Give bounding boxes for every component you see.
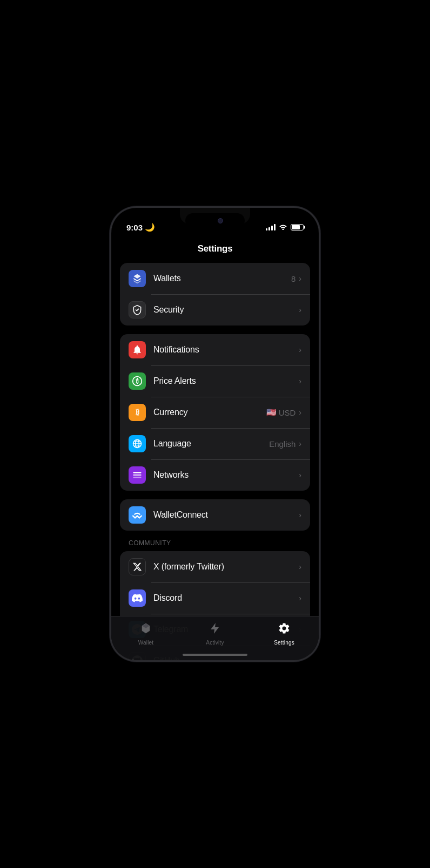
security-icon (129, 301, 146, 318)
activity-tab-icon (209, 622, 221, 638)
networks-label: Networks (153, 470, 299, 480)
row-notifications[interactable]: Notifications › (120, 334, 310, 365)
language-chevron: › (299, 439, 301, 448)
row-networks[interactable]: Networks › (120, 459, 310, 491)
settings-group-preferences: Notifications › ₿ Price Alerts › ₿ (120, 334, 310, 491)
security-label: Security (153, 305, 299, 315)
wallets-chevron: › (299, 274, 301, 283)
screen-content[interactable]: Settings Wallets 8 › (111, 208, 319, 660)
security-chevron: › (299, 306, 301, 314)
phone-frame: 9:03 🌙 Settings (110, 206, 320, 662)
status-time: 9:03 🌙 (126, 222, 155, 232)
row-security[interactable]: Security › (120, 294, 310, 326)
row-currency[interactable]: ₿ Currency 🇺🇸 USD › (120, 397, 310, 428)
settings-tab-icon (278, 622, 291, 638)
dynamic-island (185, 213, 245, 228)
tab-settings[interactable]: Settings (250, 622, 319, 646)
networks-icon (129, 466, 146, 484)
wallets-badge: 8 (291, 274, 295, 283)
battery-icon (291, 224, 304, 230)
walletconnect-chevron: › (299, 511, 301, 519)
community-section-label: COMMUNITY (111, 539, 319, 551)
twitter-label: X (formerly Twitter) (153, 562, 299, 572)
svg-text:₿: ₿ (136, 378, 139, 384)
notifications-label: Notifications (153, 345, 299, 355)
battery-fill (292, 225, 300, 229)
wallet-tab-icon (139, 622, 152, 638)
svg-rect-8 (133, 477, 142, 478)
walletconnect-icon (129, 506, 146, 524)
home-indicator (183, 654, 247, 656)
twitter-chevron: › (299, 562, 301, 571)
signal-bars (266, 224, 276, 230)
discord-icon (129, 589, 146, 607)
currency-flag: 🇺🇸 (266, 408, 277, 417)
price-alerts-icon: ₿ (129, 372, 146, 390)
twitter-icon (129, 558, 146, 575)
svg-rect-10 (133, 472, 142, 473)
settings-group-account: Wallets 8 › Security › (120, 263, 310, 326)
notifications-chevron: › (299, 345, 301, 354)
networks-chevron: › (299, 471, 301, 479)
row-walletconnect[interactable]: WalletConnect › (120, 499, 310, 531)
svg-rect-9 (133, 474, 142, 476)
row-twitter[interactable]: X (formerly Twitter) › (120, 551, 310, 582)
settings-group-walletconnect: WalletConnect › (120, 499, 310, 531)
row-wallets[interactable]: Wallets 8 › (120, 263, 310, 294)
row-language[interactable]: Language English › (120, 428, 310, 459)
activity-tab-label: Activity (206, 640, 224, 646)
currency-value: 🇺🇸 USD (266, 408, 296, 417)
walletconnect-label: WalletConnect (153, 510, 299, 520)
currency-icon: ₿ (129, 404, 146, 421)
language-icon (129, 435, 146, 452)
row-price-alerts[interactable]: ₿ Price Alerts › (120, 365, 310, 397)
wallet-tab-label: Wallet (138, 640, 154, 646)
notifications-icon (129, 341, 146, 358)
price-alerts-chevron: › (299, 377, 301, 385)
time-display: 9:03 (126, 223, 143, 232)
wallets-icon (129, 270, 146, 287)
svg-text:₿: ₿ (136, 408, 139, 416)
language-label: Language (153, 439, 269, 449)
wallets-label: Wallets (153, 274, 291, 283)
currency-label: Currency (153, 408, 266, 417)
price-alerts-label: Price Alerts (153, 376, 299, 386)
currency-chevron: › (299, 408, 301, 417)
page-title: Settings (111, 239, 319, 263)
moon-icon: 🌙 (145, 222, 155, 232)
tab-activity[interactable]: Activity (180, 622, 250, 646)
wifi-icon (279, 223, 287, 232)
status-right (266, 223, 304, 232)
settings-tab-label: Settings (274, 640, 294, 646)
discord-chevron: › (299, 594, 301, 602)
camera-dot (218, 218, 223, 223)
row-discord[interactable]: Discord › (120, 582, 310, 614)
discord-label: Discord (153, 593, 299, 603)
language-value: English (269, 439, 295, 449)
tab-wallet[interactable]: Wallet (111, 622, 180, 646)
